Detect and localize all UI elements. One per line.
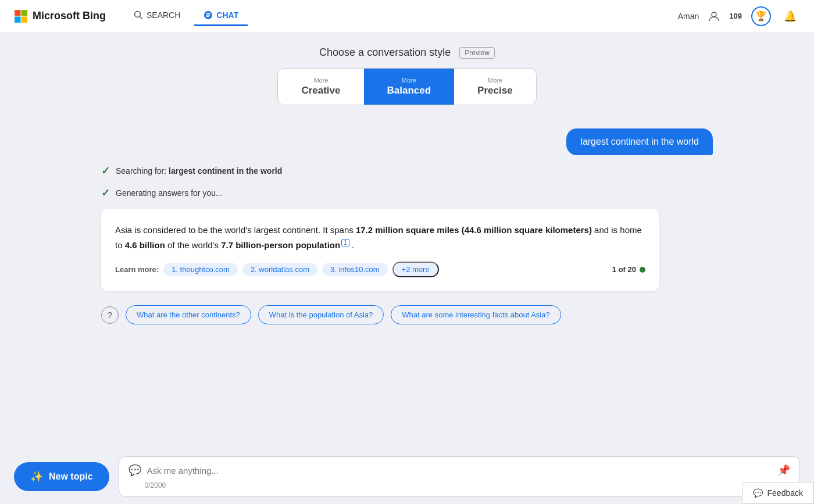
balanced-label: Balanced	[387, 85, 431, 96]
turn-counter: 1 of 20	[612, 265, 645, 274]
input-box: 💬 📌 0/2000	[119, 456, 800, 497]
generating-label: Generating answers for you...	[116, 188, 223, 198]
input-inner: 💬 📌	[128, 464, 790, 477]
style-buttons: More Creative More Balanced More Precise	[277, 68, 536, 105]
main-content: Choose a conversation style Preview More…	[0, 33, 814, 504]
creative-sub: More	[313, 77, 328, 84]
green-dot-icon	[640, 267, 645, 273]
ai-response-card: Asia is considered to be the world's lar…	[101, 209, 659, 291]
svg-rect-3	[22, 16, 27, 22]
header-nav: SEARCH CHAT	[124, 6, 248, 26]
bottom-bar: ✨ New topic 💬 📌 0/2000	[0, 449, 814, 504]
svg-point-4	[135, 12, 141, 17]
learn-more-label: Learn more:	[115, 265, 159, 274]
more-links-button[interactable]: +2 more	[392, 262, 439, 277]
suggestion-btn-2[interactable]: What is the population of Asia?	[258, 305, 384, 324]
learn-more-row: Learn more: 1. thoughtco.com 2. worldatl…	[115, 262, 645, 277]
check-icon-search: ✓	[101, 165, 110, 177]
search-status: ✓ Searching for: largest continent in th…	[101, 165, 713, 177]
char-count: 0/2000	[128, 481, 790, 489]
suggestion-btn-3[interactable]: What are some interesting facts about As…	[391, 305, 560, 324]
precise-sub: More	[488, 77, 502, 84]
chat-input[interactable]	[147, 466, 772, 476]
logo-text: Microsoft Bing	[33, 10, 106, 22]
style-precise-button[interactable]: More Precise	[454, 69, 536, 105]
style-selector-label: Choose a conversation style Preview	[319, 47, 495, 59]
nav-search[interactable]: SEARCH	[124, 6, 190, 26]
preview-badge: Preview	[459, 47, 495, 59]
suggestion-btn-1[interactable]: What are the other continents?	[126, 305, 251, 324]
user-icon	[708, 10, 720, 22]
nav-chat[interactable]: CHAT	[194, 6, 248, 26]
svg-rect-0	[15, 10, 20, 16]
feedback-button[interactable]: 💬 Feedback	[742, 482, 814, 504]
creative-label: Creative	[301, 85, 340, 96]
footnote-1: 1	[341, 239, 349, 246]
balanced-sub: More	[402, 77, 416, 84]
precise-label: Precise	[477, 85, 513, 96]
trophy-button[interactable]: 🏆	[751, 6, 771, 26]
header: Microsoft Bing SEARCH CHAT Aman 109 🏆	[0, 0, 814, 33]
learn-link-1[interactable]: 1. thoughtco.com	[163, 263, 238, 276]
ai-card-text: Asia is considered to be the world's lar…	[115, 223, 645, 252]
chat-area: largest continent in the world ✓ Searchi…	[87, 128, 727, 324]
new-topic-button[interactable]: ✨ New topic	[14, 462, 109, 491]
suggestions-row: ? What are the other continents? What is…	[101, 305, 713, 324]
svg-rect-2	[15, 16, 20, 22]
user-message-row: largest continent in the world	[101, 128, 713, 155]
notifications-button[interactable]: 🔔	[780, 6, 800, 26]
learn-link-3[interactable]: 3. infos10.com	[322, 263, 388, 276]
new-topic-icon: ✨	[30, 470, 43, 483]
learn-link-2[interactable]: 2. worldatlas.com	[242, 263, 317, 276]
feedback-icon: 💬	[753, 488, 763, 498]
feedback-label: Feedback	[767, 488, 803, 498]
searching-label: Searching for: largest continent in the …	[116, 166, 282, 176]
style-balanced-button[interactable]: More Balanced	[364, 69, 455, 105]
svg-point-7	[712, 12, 716, 17]
chat-bubble-icon: 💬	[128, 464, 141, 477]
generating-status: ✓ Generating answers for you...	[101, 187, 713, 199]
points-badge: 109	[729, 12, 742, 20]
svg-line-5	[140, 17, 142, 19]
question-icon: ?	[101, 306, 119, 324]
header-right: Aman 109 🏆 🔔	[678, 6, 800, 26]
user-bubble: largest continent in the world	[566, 128, 713, 155]
logo: Microsoft Bing	[14, 9, 106, 23]
style-creative-button[interactable]: More Creative	[278, 69, 363, 105]
svg-rect-1	[22, 10, 27, 16]
microsoft-logo-icon	[14, 9, 28, 23]
pin-button[interactable]: 📌	[777, 464, 790, 477]
search-icon	[134, 10, 143, 20]
chat-nav-icon	[204, 10, 213, 20]
style-selector: Choose a conversation style Preview More…	[277, 47, 536, 105]
check-icon-generating: ✓	[101, 187, 110, 199]
user-name: Aman	[678, 12, 699, 21]
